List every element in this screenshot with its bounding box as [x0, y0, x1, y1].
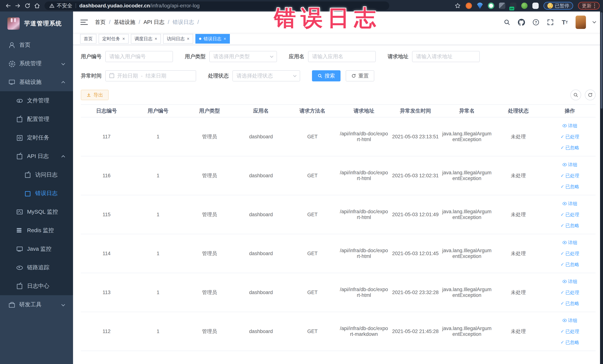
tab[interactable]: 访问日志 × [163, 34, 193, 44]
sidebar-item[interactable]: 错误日志 [0, 184, 73, 202]
mark-processed-link[interactable]: ✓已处理 [561, 173, 579, 179]
column-header: 应用名 [235, 105, 287, 117]
mark-ignored-link[interactable]: ✓已忽略 [561, 339, 579, 345]
page-scrollbar[interactable] [600, 12, 603, 364]
sidebar-item[interactable]: API 日志 [0, 147, 73, 165]
scrollbar-thumb[interactable] [601, 12, 603, 109]
browser-reload-button[interactable] [23, 1, 32, 11]
close-tab-icon[interactable]: × [187, 36, 189, 41]
extension-icon-green[interactable] [521, 3, 528, 9]
cell-exception-name: java.lang.IllegalArgumentException [441, 234, 493, 273]
profile-sync-paused-badge[interactable]: 已暂停 [544, 2, 573, 10]
tab[interactable]: 调度日志 × [131, 34, 161, 44]
request-url-input[interactable] [412, 51, 480, 62]
font-size-icon[interactable]: TT [561, 19, 568, 26]
address-bar[interactable]: 不安全 dashboard.yudao.iocoder.cn/infra/log… [45, 1, 389, 10]
breadcrumb-item[interactable]: 基础设施/ [114, 19, 143, 26]
insecure-warning-icon[interactable] [49, 3, 55, 8]
mark-ignored-link[interactable]: ✓已忽略 [561, 184, 579, 190]
table-row[interactable]: 114 1 管理员 dashboard GET /api/infra/db-do… [81, 234, 596, 273]
sidebar-item[interactable]: 文件管理 [0, 91, 73, 110]
table-row[interactable]: 116 1 管理员 dashboard GET /api/infra/db-do… [81, 156, 596, 195]
close-tab-icon[interactable]: × [223, 36, 226, 41]
browser-back-button[interactable] [3, 1, 13, 11]
fullscreen-icon[interactable] [547, 19, 554, 26]
extension-icon-grid[interactable] [499, 3, 505, 9]
app-logo[interactable]: 芋道管理系统 [0, 12, 73, 35]
breadcrumb-item[interactable]: 错误日志/ [173, 19, 202, 26]
sidebar-item[interactable]: Java 监控 [0, 240, 73, 258]
search-button[interactable]: 搜索 [312, 70, 340, 82]
github-icon[interactable] [518, 19, 525, 26]
breadcrumb-item[interactable]: API 日志/ [143, 19, 173, 26]
detail-link[interactable]: 详细 [562, 201, 577, 207]
close-tab-icon[interactable]: × [155, 36, 157, 41]
mark-ignored-link[interactable]: ✓已忽略 [561, 223, 579, 229]
table-row[interactable]: 113 1 管理员 dashboard GET /api/infra/db-do… [81, 273, 596, 312]
sidebar-item[interactable]: 首页 [0, 35, 73, 54]
detail-link[interactable]: 详细 [562, 279, 577, 285]
table-row[interactable]: 117 1 管理员 dashboard GET /api/infra/db-do… [81, 117, 596, 156]
sidebar-item[interactable]: 配置管理 [0, 110, 73, 128]
cell-log-id: 115 [81, 195, 132, 234]
extension-icon-vue[interactable] [488, 3, 494, 9]
mark-ignored-link[interactable]: ✓已忽略 [561, 300, 579, 306]
eye-icon [16, 264, 22, 270]
java-icon [16, 246, 22, 252]
mark-processed-link[interactable]: ✓已处理 [561, 329, 579, 335]
sidebar-item[interactable]: 链路追踪 [0, 258, 73, 277]
mark-processed-link[interactable]: ✓已处理 [561, 211, 579, 218]
table-row[interactable]: 115 1 管理员 dashboard GET /api/infra/db-do… [81, 195, 596, 234]
toggle-search-button[interactable] [570, 90, 581, 100]
sidebar-item[interactable]: MySQL 监控 [0, 202, 73, 221]
export-button[interactable]: 导出 [81, 90, 109, 100]
breadcrumb-item[interactable]: 首页/ [95, 19, 114, 26]
mark-processed-link[interactable]: ✓已处理 [561, 134, 579, 140]
cell-exception-time: 2021-05-03 12:01:45 [390, 234, 441, 273]
sidebar-item[interactable]: 日志中心 [0, 277, 73, 295]
refresh-button[interactable] [585, 90, 596, 100]
detail-link[interactable]: 详细 [562, 162, 577, 168]
app-name-input[interactable] [308, 51, 376, 62]
mark-ignored-link[interactable]: ✓已忽略 [561, 145, 579, 151]
cell-app-name: dashboard [235, 273, 287, 312]
user-type-select[interactable]: 请选择用户类型 [209, 51, 277, 62]
extension-icon-blue-shield[interactable] [477, 3, 483, 9]
close-tab-icon[interactable]: × [122, 36, 125, 41]
sidebar-item[interactable]: 访问日志 [0, 165, 73, 184]
mark-processed-link[interactable]: ✓已处理 [561, 289, 579, 295]
extension-icon-switch[interactable]: on [510, 3, 516, 9]
tab[interactable]: 定时任务 × [99, 34, 129, 44]
tab[interactable]: 错误日志 × [195, 34, 230, 44]
search-icon[interactable] [503, 19, 511, 26]
user-avatar[interactable] [576, 16, 586, 29]
log-icon [16, 283, 22, 289]
browser-home-button[interactable] [32, 1, 42, 11]
detail-link[interactable]: 详细 [562, 123, 577, 129]
chevron-down-icon [270, 54, 273, 58]
sidebar-item[interactable]: 定时任务 [0, 128, 73, 147]
detail-link[interactable]: 详细 [562, 317, 577, 324]
sidebar-item[interactable]: Redis 监控 [0, 221, 73, 240]
bookmark-star-icon[interactable] [454, 3, 461, 9]
mark-ignored-link[interactable]: ✓已忽略 [561, 261, 579, 268]
sidebar-item[interactable]: 基础设施 [0, 73, 73, 91]
exception-time-range-picker[interactable]: 开始日期 - 结束日期 [105, 70, 196, 82]
help-icon[interactable]: ? [532, 19, 540, 26]
process-status-select[interactable]: 请选择处理状态 [232, 70, 300, 82]
mark-processed-link[interactable]: ✓已处理 [561, 250, 579, 257]
reset-button[interactable]: 重置 [346, 70, 374, 82]
detail-link[interactable]: 详细 [562, 240, 577, 246]
user-id-input[interactable] [105, 51, 173, 62]
hamburger-icon[interactable] [81, 19, 88, 25]
browser-update-menu-button[interactable]: 更新 [578, 2, 600, 10]
sidebar-item[interactable]: 研发工具 [0, 295, 73, 314]
table-row[interactable]: 112 1 管理员 dashboard GET /api/infra/db-do… [81, 312, 596, 351]
extension-icon-orange[interactable] [466, 3, 472, 9]
cell-request-url: /api/infra/db-doc/export-html [338, 156, 390, 195]
avatar-dropdown-caret-icon[interactable] [592, 20, 596, 23]
sidebar-item[interactable]: 系统管理 [0, 54, 73, 73]
browser-forward-button[interactable] [13, 1, 23, 11]
tab[interactable]: 首页 × [80, 34, 96, 44]
extensions-puzzle-icon[interactable] [532, 3, 539, 9]
